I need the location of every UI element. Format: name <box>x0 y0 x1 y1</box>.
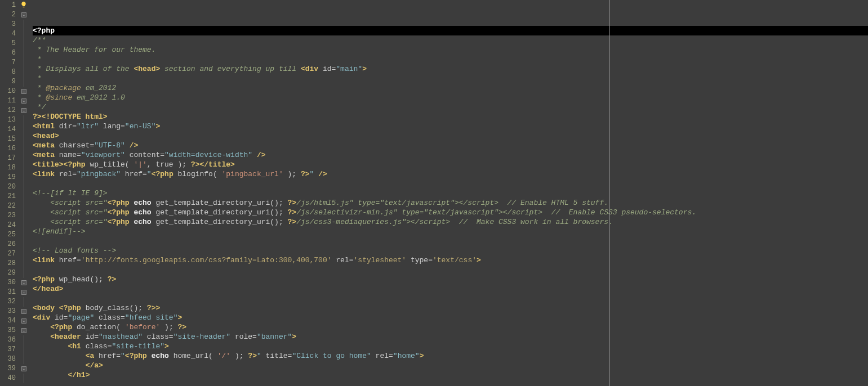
line-number[interactable]: 33 <box>0 307 19 316</box>
line-number[interactable]: 1 <box>0 1 19 10</box>
code-line[interactable]: </h1> <box>33 370 868 380</box>
fold-cell[interactable] <box>19 335 29 345</box>
code-line[interactable]: /** <box>33 35 868 45</box>
code-line[interactable]: <header id="masthead" class="site-header… <box>33 332 868 342</box>
line-number[interactable]: 8 <box>0 68 19 77</box>
fold-cell[interactable] <box>19 240 29 249</box>
code-line[interactable]: * @since em_2012 1.0 <box>33 93 868 102</box>
line-number[interactable]: 25 <box>0 230 19 240</box>
line-number-gutter[interactable]: 1234567891011121314151617181920212223242… <box>0 0 19 386</box>
fold-cell[interactable]: - <box>19 316 29 326</box>
line-number[interactable]: 13 <box>0 115 19 125</box>
code-line[interactable]: </head> <box>33 284 868 294</box>
fold-column[interactable]: ---------- <box>19 0 29 386</box>
line-number[interactable]: 15 <box>0 134 19 144</box>
fold-cell[interactable] <box>19 249 29 259</box>
code-editor[interactable]: 1234567891011121314151617181920212223242… <box>0 0 868 386</box>
line-number[interactable]: 7 <box>0 58 19 68</box>
code-line[interactable]: * The Header for our theme. <box>33 45 868 55</box>
fold-cell[interactable] <box>19 39 29 48</box>
code-line[interactable] <box>33 236 868 246</box>
fold-toggle-icon[interactable]: - <box>21 280 26 285</box>
code-line[interactable]: <div id="page" class="hfeed site"> <box>33 313 868 322</box>
line-number[interactable]: 20 <box>0 182 19 192</box>
code-line[interactable]: <meta charset="UTF-8" /> <box>33 141 868 150</box>
fold-cell[interactable] <box>19 115 29 125</box>
fold-cell[interactable]: - <box>19 278 29 288</box>
code-line[interactable]: <!-- Load fonts --> <box>33 246 868 255</box>
code-line[interactable]: <a href="<?php echo home_url( '/' ); ?>"… <box>33 351 868 361</box>
fold-cell[interactable] <box>19 259 29 268</box>
fold-cell[interactable] <box>19 134 29 144</box>
fold-toggle-icon[interactable]: - <box>21 98 26 104</box>
fold-cell[interactable] <box>19 173 29 182</box>
code-area[interactable]: <?php/** * The Header for our theme. * *… <box>29 0 868 386</box>
code-line[interactable]: <head> <box>33 131 868 141</box>
line-number[interactable]: 35 <box>0 326 19 335</box>
fold-cell[interactable]: - <box>19 96 29 106</box>
line-number[interactable]: 40 <box>0 374 19 383</box>
fold-cell[interactable] <box>19 230 29 240</box>
line-number[interactable]: 5 <box>0 39 19 48</box>
code-line[interactable]: <?php wp_head(); ?> <box>33 275 868 284</box>
fold-cell[interactable] <box>19 201 29 211</box>
code-line[interactable]: <script src="<?php echo get_template_dir… <box>33 217 868 227</box>
fold-cell[interactable] <box>19 211 29 221</box>
code-line[interactable]: <title><?php wp_title( '|', true ); ?></… <box>33 160 868 169</box>
fold-cell[interactable]: - <box>19 288 29 297</box>
fold-cell[interactable] <box>19 68 29 77</box>
lightbulb-icon[interactable] <box>20 1 27 8</box>
fold-cell[interactable] <box>19 192 29 201</box>
code-line[interactable]: <?php do_action( 'before' ); ?> <box>33 322 868 332</box>
fold-cell[interactable] <box>19 354 29 364</box>
line-number[interactable]: 24 <box>0 221 19 230</box>
code-line[interactable] <box>33 294 868 303</box>
line-number[interactable]: 16 <box>0 144 19 154</box>
fold-cell[interactable] <box>19 48 29 58</box>
fold-cell[interactable] <box>19 221 29 230</box>
line-number[interactable]: 14 <box>0 125 19 134</box>
code-line[interactable]: <?php <box>33 26 868 35</box>
line-number[interactable]: 21 <box>0 192 19 201</box>
line-number[interactable]: 11 <box>0 96 19 106</box>
fold-cell[interactable] <box>19 345 29 354</box>
line-number[interactable]: 6 <box>0 48 19 58</box>
code-line[interactable]: * Displays all of the <head> section and… <box>33 64 868 74</box>
code-line[interactable]: </a> <box>33 361 868 370</box>
code-line[interactable] <box>33 265 868 275</box>
fold-cell[interactable] <box>19 297 29 307</box>
line-number[interactable]: 29 <box>0 268 19 278</box>
fold-cell[interactable] <box>19 268 29 278</box>
line-number[interactable]: 31 <box>0 288 19 297</box>
fold-toggle-icon[interactable]: - <box>21 366 26 371</box>
code-line[interactable] <box>33 380 868 386</box>
fold-cell[interactable]: - <box>19 10 29 20</box>
line-number[interactable]: 3 <box>0 20 19 29</box>
line-number[interactable]: 23 <box>0 211 19 221</box>
code-line[interactable]: * <box>33 55 868 64</box>
fold-cell[interactable]: - <box>19 307 29 316</box>
fold-cell[interactable] <box>19 163 29 173</box>
code-line[interactable]: * <box>33 74 868 83</box>
code-line[interactable]: <script src="<?php echo get_template_dir… <box>33 208 868 217</box>
code-line[interactable]: ?><!DOCTYPE html> <box>33 112 868 122</box>
fold-cell[interactable] <box>19 58 29 68</box>
line-number[interactable]: 32 <box>0 297 19 307</box>
line-number[interactable]: 26 <box>0 240 19 249</box>
line-number[interactable]: 39 <box>0 364 19 374</box>
code-line[interactable] <box>33 179 868 188</box>
code-line[interactable]: <h1 class="site-title"> <box>33 342 868 351</box>
line-number[interactable]: 34 <box>0 316 19 326</box>
fold-cell[interactable]: - <box>19 106 29 115</box>
code-line[interactable]: */ <box>33 102 868 112</box>
line-number[interactable]: 22 <box>0 201 19 211</box>
fold-toggle-icon[interactable]: - <box>21 108 26 113</box>
fold-toggle-icon[interactable]: - <box>21 309 26 314</box>
code-line[interactable]: <![endif]--> <box>33 227 868 236</box>
line-number[interactable]: 4 <box>0 29 19 39</box>
line-number[interactable]: 28 <box>0 259 19 268</box>
line-number[interactable]: 18 <box>0 163 19 173</box>
code-line[interactable]: <body <?php body_class(); ?>> <box>33 303 868 313</box>
code-line[interactable]: * @package em_2012 <box>33 83 868 93</box>
line-number[interactable]: 27 <box>0 249 19 259</box>
